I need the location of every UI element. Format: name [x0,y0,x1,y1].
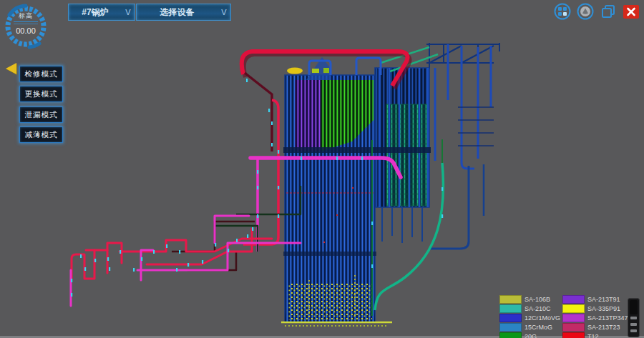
legend-row: SA-210C [499,304,560,313]
legend-row: 20G [499,332,560,338]
color-swatch [562,332,585,338]
legend-column-right: SA-213T91 SA-335P91 SA-213TP347H SA-213T… [562,294,633,338]
color-swatch [499,332,522,338]
gauge-label: 标高 [2,11,49,21]
boiler-select-dropdown[interactable]: #7锅炉 V [68,4,135,21]
slider-tick [630,317,637,319]
color-swatch [499,323,522,332]
legend-row: 15CrMoG [499,322,560,332]
mode-button-thinning[interactable]: 减薄模式 [19,126,63,143]
device-select-dropdown[interactable]: 选择设备 V [136,4,231,21]
boiler-select-value: #7锅炉 [69,6,122,19]
slider-tick [630,323,637,326]
legend-row: SA-335P91 [562,304,633,313]
gauge-value: 00.00 [2,26,49,35]
color-swatch [562,304,585,313]
legend-label: 20G [525,333,537,338]
windows-copy-icon[interactable] [600,3,617,20]
legend-label: SA-213TP347H [587,314,633,322]
legend-label: 12Cr1MoVG [525,314,560,322]
slider-track [630,300,638,314]
gauge-divider [14,24,38,24]
app-window: 标高 00.00 #7锅炉 V 选择设备 V 检修模式 更换模式 泄漏模式 减薄… [0,0,644,338]
color-swatch [499,304,522,313]
chevron-down-icon: V [122,8,135,16]
legend-column-left: SA-106B SA-210C 12Cr1MoVG 15CrMoG 20G [499,294,560,338]
legend-label: SA-213T23 [587,324,620,331]
collapse-panel-arrow-icon[interactable] [6,63,16,74]
legend-row: SA-213T23 [562,322,633,332]
titlebar-icon-group [554,3,640,20]
color-swatch [499,314,522,322]
legend-label: SA-213T91 [587,296,620,303]
legend-row: SA-213T91 [562,294,633,304]
legend-label: 15CrMoG [525,324,552,331]
close-icon[interactable] [623,3,640,20]
legend-label: SA-335P91 [587,305,620,312]
mode-button-replace[interactable]: 更换模式 [19,86,63,102]
legend-label: T12 [587,333,599,338]
legend-row: SA-213TP347H [562,313,633,322]
legend-label: SA-106B [525,296,550,303]
color-swatch [562,323,585,332]
legend-row: SA-106B [499,294,560,304]
gauge-divider [14,21,38,22]
device-select-value: 选择设备 [137,6,218,19]
mode-button-overhaul[interactable]: 检修模式 [19,66,63,82]
zoom-slider[interactable] [628,298,640,337]
layout-grid-icon[interactable] [554,3,571,20]
home-view-icon[interactable] [577,3,594,20]
color-swatch [562,314,585,322]
legend-label: SA-210C [525,305,551,312]
boiler-3d-model[interactable] [0,0,644,338]
slider-tick [630,329,637,332]
legend-row: 12Cr1MoVG [499,313,560,322]
elevation-gauge: 标高 00.00 [2,2,51,51]
color-swatch [562,295,585,304]
legend-row: T12 [562,332,633,338]
color-swatch [499,295,522,304]
mode-button-leak[interactable]: 泄漏模式 [19,106,63,123]
chevron-down-icon: V [218,8,230,16]
